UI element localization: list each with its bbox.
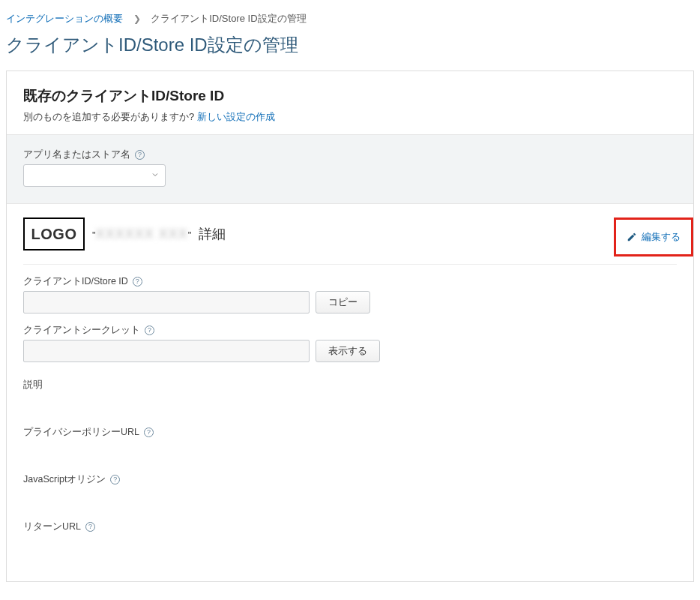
- javascript-origin-label: JavaScriptオリジン: [23, 473, 106, 486]
- client-id-block: クライアントID/Store ID ? コピー: [23, 275, 677, 314]
- store-select-wrap: [23, 164, 166, 187]
- panel-header: 既存のクライアントID/Store ID 別のものを追加する必要がありますか? …: [7, 71, 693, 134]
- help-icon[interactable]: ?: [133, 277, 142, 286]
- store-select-bar: アプリ名またはストア名 ?: [7, 134, 693, 204]
- help-icon[interactable]: ?: [85, 522, 95, 532]
- breadcrumb: インテグレーションの概要 ❯ クライアントID/Store ID設定の管理: [6, 12, 694, 26]
- create-new-link[interactable]: 新しい設定の作成: [197, 111, 275, 122]
- show-button[interactable]: 表示する: [316, 340, 380, 362]
- page-title: クライアントID/Store ID設定の管理: [6, 33, 694, 57]
- logo-placeholder: LOGO: [23, 218, 85, 250]
- detail-section: LOGO "XXXXXX XXX" 詳細 編集する クライアントID/Store…: [7, 204, 693, 581]
- detail-header: LOGO "XXXXXX XXX" 詳細: [23, 218, 677, 265]
- copy-button[interactable]: コピー: [316, 291, 370, 314]
- client-secret-block: クライアントシークレット ? 表示する: [23, 324, 677, 362]
- help-icon[interactable]: ?: [144, 428, 154, 437]
- privacy-url-label: プライバシーポリシーURL: [23, 426, 139, 439]
- client-secret-input[interactable]: [23, 340, 310, 362]
- description-label: 説明: [23, 379, 677, 392]
- store-select[interactable]: [23, 164, 166, 187]
- help-icon[interactable]: ?: [145, 326, 154, 335]
- return-url-row: リターンURL ?: [23, 520, 677, 533]
- panel-subtext: 別のものを追加する必要がありますか? 新しい設定の作成: [23, 110, 677, 124]
- pencil-icon: [627, 232, 637, 242]
- return-url-label: リターンURL: [23, 520, 81, 533]
- breadcrumb-parent-link[interactable]: インテグレーションの概要: [6, 13, 123, 24]
- client-id-label: クライアントID/Store ID: [23, 275, 128, 288]
- panel-heading: 既存のクライアントID/Store ID: [23, 86, 677, 106]
- breadcrumb-current: クライアントID/Store ID設定の管理: [151, 13, 306, 24]
- help-icon[interactable]: ?: [135, 150, 145, 160]
- privacy-url-row: プライバシーポリシーURL ?: [23, 426, 677, 439]
- panel-subtext-prefix: 別のものを追加する必要がありますか?: [23, 111, 197, 122]
- client-secret-label: クライアントシークレット: [23, 324, 140, 337]
- client-id-input[interactable]: [23, 291, 310, 314]
- chevron-right-icon: ❯: [133, 14, 141, 24]
- app-name-quoted: "XXXXXX XXX": [92, 226, 191, 242]
- javascript-origin-row: JavaScriptオリジン ?: [23, 473, 677, 486]
- store-select-label: アプリ名またはストア名: [23, 148, 130, 161]
- detail-title-suffix: 詳細: [199, 225, 226, 243]
- app-name-masked: XXXXXX XXX: [96, 226, 188, 242]
- settings-panel: 既存のクライアントID/Store ID 別のものを追加する必要がありますか? …: [6, 70, 694, 582]
- edit-highlight-box: 編集する: [614, 218, 693, 256]
- edit-button[interactable]: 編集する: [642, 230, 681, 244]
- help-icon[interactable]: ?: [110, 475, 120, 484]
